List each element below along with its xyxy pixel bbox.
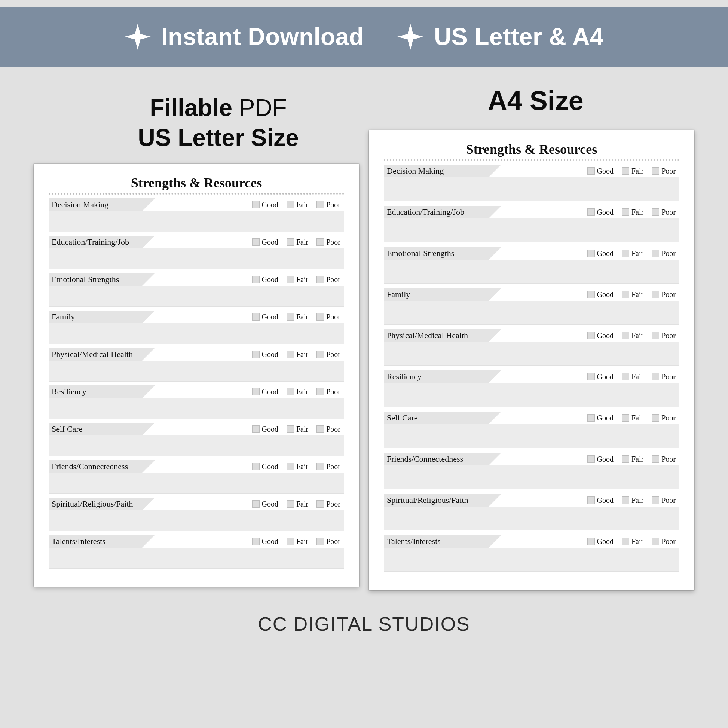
checkbox-good[interactable] <box>587 332 595 339</box>
checkbox-good[interactable] <box>587 373 595 381</box>
divider-dots <box>384 159 679 161</box>
note-area[interactable] <box>49 286 344 307</box>
checkbox-poor[interactable] <box>652 496 659 504</box>
note-area[interactable] <box>49 436 344 456</box>
note-area[interactable] <box>49 248 344 269</box>
checkbox-poor[interactable] <box>317 313 324 321</box>
checkbox-fair[interactable] <box>286 350 294 358</box>
rating-poor: Poor <box>317 425 340 434</box>
banner-text: US Letter & A4 <box>434 23 603 50</box>
rating-poor: Poor <box>652 249 676 258</box>
checkbox-good[interactable] <box>587 167 595 175</box>
checkbox-poor[interactable] <box>652 455 659 463</box>
note-area[interactable] <box>384 465 679 489</box>
checkbox-poor[interactable] <box>317 463 324 470</box>
checkbox-good[interactable] <box>252 538 260 545</box>
rating-label: Fair <box>296 425 308 434</box>
checkbox-fair[interactable] <box>622 538 629 545</box>
note-area[interactable] <box>49 398 344 419</box>
checkbox-poor[interactable] <box>317 425 324 433</box>
checkbox-fair[interactable] <box>622 167 629 175</box>
note-area[interactable] <box>49 323 344 344</box>
checkbox-good[interactable] <box>252 313 260 321</box>
note-area[interactable] <box>384 342 679 366</box>
category-label: Resiliency <box>384 370 489 383</box>
note-area[interactable] <box>384 424 679 448</box>
checkbox-poor[interactable] <box>317 350 324 358</box>
checkbox-poor[interactable] <box>317 538 324 545</box>
brand-footer: CC DIGITAL STUDIOS <box>0 613 728 635</box>
note-area[interactable] <box>384 383 679 407</box>
rating-fair: Fair <box>622 455 644 463</box>
checkbox-good[interactable] <box>587 208 595 216</box>
checkbox-fair[interactable] <box>622 208 629 216</box>
checkbox-good[interactable] <box>252 463 260 470</box>
checkbox-fair[interactable] <box>286 201 294 208</box>
checkbox-fair[interactable] <box>622 249 629 257</box>
checkbox-good[interactable] <box>252 350 260 358</box>
checkbox-fair[interactable] <box>286 313 294 321</box>
checkbox-good[interactable] <box>587 249 595 257</box>
checkbox-poor[interactable] <box>317 201 324 208</box>
category-label: Resiliency <box>49 385 142 398</box>
ratings-group: GoodFairPoor <box>587 496 679 505</box>
checkbox-fair[interactable] <box>286 276 294 283</box>
checkbox-fair[interactable] <box>286 425 294 433</box>
rating-poor: Poor <box>652 414 676 422</box>
checkbox-good[interactable] <box>252 238 260 246</box>
checkbox-poor[interactable] <box>317 238 324 246</box>
note-area[interactable] <box>384 219 679 242</box>
checkbox-good[interactable] <box>587 496 595 504</box>
checkbox-poor[interactable] <box>652 538 659 545</box>
note-area[interactable] <box>384 506 679 531</box>
note-area[interactable] <box>49 510 344 531</box>
note-area[interactable] <box>384 260 679 284</box>
checkbox-fair[interactable] <box>622 332 629 339</box>
checkbox-good[interactable] <box>587 538 595 545</box>
checkbox-poor[interactable] <box>652 208 659 216</box>
rating-good: Good <box>252 425 278 434</box>
section-head: Education/Training/JobGoodFairPoor <box>49 236 344 248</box>
checkbox-good[interactable] <box>252 425 260 433</box>
note-area[interactable] <box>49 473 344 494</box>
ratings-group: GoodFairPoor <box>252 238 344 246</box>
note-area[interactable] <box>49 548 344 569</box>
checkbox-good[interactable] <box>252 500 260 508</box>
section-friends-connectedness: Friends/ConnectednessGoodFairPoor <box>49 460 344 494</box>
checkbox-fair[interactable] <box>622 414 629 422</box>
checkbox-poor[interactable] <box>652 249 659 257</box>
checkbox-fair[interactable] <box>622 496 629 504</box>
section-physical-medical-health: Physical/Medical HealthGoodFairPoor <box>384 329 679 366</box>
checkbox-poor[interactable] <box>317 500 324 508</box>
checkbox-fair[interactable] <box>286 538 294 545</box>
checkbox-poor[interactable] <box>317 276 324 283</box>
note-area[interactable] <box>384 548 679 572</box>
checkbox-poor[interactable] <box>652 332 659 339</box>
note-area[interactable] <box>49 361 344 382</box>
checkbox-fair[interactable] <box>286 388 294 395</box>
ratings-group: GoodFairPoor <box>252 313 344 321</box>
checkbox-poor[interactable] <box>652 291 659 298</box>
note-area[interactable] <box>384 177 679 201</box>
checkbox-fair[interactable] <box>286 238 294 246</box>
checkbox-fair[interactable] <box>622 455 629 463</box>
checkbox-good[interactable] <box>587 455 595 463</box>
section-head: Physical/Medical HealthGoodFairPoor <box>49 348 344 361</box>
caption-us-letter: Fillable PDF US Letter Size <box>52 93 384 153</box>
note-area[interactable] <box>49 211 344 232</box>
rating-fair: Fair <box>286 537 308 546</box>
checkbox-poor[interactable] <box>652 167 659 175</box>
checkbox-fair[interactable] <box>286 500 294 508</box>
checkbox-fair[interactable] <box>622 291 629 298</box>
checkbox-good[interactable] <box>252 388 260 395</box>
checkbox-poor[interactable] <box>652 414 659 422</box>
checkbox-fair[interactable] <box>622 373 629 381</box>
checkbox-good[interactable] <box>252 201 260 208</box>
checkbox-poor[interactable] <box>652 373 659 381</box>
checkbox-good[interactable] <box>587 414 595 422</box>
checkbox-good[interactable] <box>587 291 595 298</box>
checkbox-good[interactable] <box>252 276 260 283</box>
checkbox-poor[interactable] <box>317 388 324 395</box>
checkbox-fair[interactable] <box>286 463 294 470</box>
note-area[interactable] <box>384 301 679 325</box>
